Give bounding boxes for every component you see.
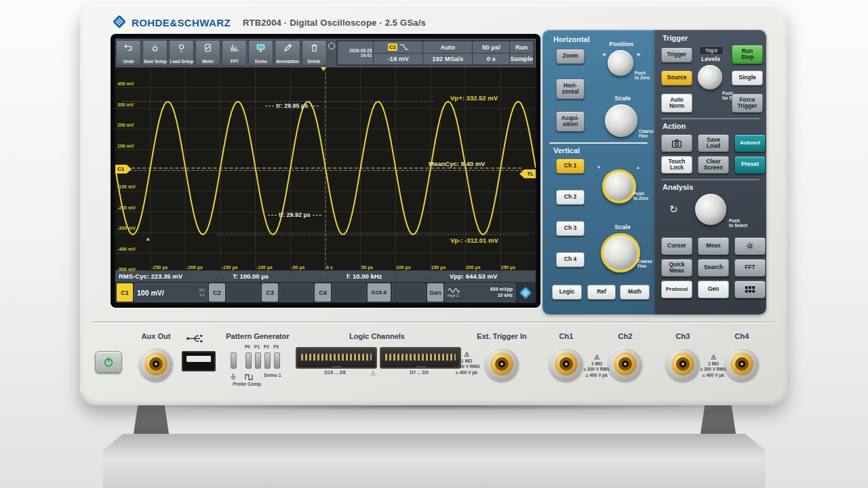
clear-screen-button[interactable]: Clear Screen [698,156,729,174]
intensity-button[interactable] [734,237,766,255]
toolbar-fft-button[interactable]: FFT [222,40,247,66]
device-foot-left [133,404,170,438]
pattern-pin-p0 [245,352,252,369]
screenshot-button[interactable] [661,134,692,152]
navigation-knob[interactable] [695,194,726,225]
save-load-button[interactable]: Save Load [698,134,729,152]
fft-button[interactable]: FFT [734,259,766,277]
autoset-button[interactable]: Autoset [734,134,766,152]
toolbar-demo-button[interactable]: Demo [248,40,273,66]
vertical-scale-label: Scale [608,224,637,230]
vertical-offset-hint: Push to Zero [633,191,648,201]
channel2-tab[interactable]: C2 [209,283,225,302]
toolbar-delete-button[interactable]: Delete [302,40,327,66]
annotation-pencil-icon [283,43,293,53]
channel4-button[interactable]: Ch 4 [556,252,585,267]
protocol-button[interactable]: Protocol [661,281,692,298]
falling-edge-icon [399,43,409,51]
force-trigger-button[interactable]: Force Trigger [732,94,763,113]
pattern-pin-p3 [274,352,280,369]
timebase-cell[interactable]: 50 µs/ [473,41,509,53]
photo-background: ROHDE&SCHWARZ RTB2004 · Digital Oscillos… [0,0,868,488]
acquisition-state-cell[interactable]: Run [510,41,533,53]
channel1-scale: 100 mV/ [137,289,164,297]
ch3-ch4-warning: ⚠ 1 MΩ ≤ 300 V RMS ≤ 400 V pk [700,354,727,378]
vertical-scale-knob[interactable] [601,233,640,272]
horizontal-position-cell[interactable]: 0 s [473,54,509,65]
toolbar-collapse-toggle[interactable] [328,39,337,67]
horizontal-vertical-panel: Horizontal Zoom Hori- zontal Acqui- siti… [542,30,654,314]
vertical-offset-knob[interactable] [602,169,636,203]
x-axis-label: 150 µs [431,265,446,270]
pattern-p0-label: P0 [243,344,252,349]
power-button[interactable] [95,351,122,373]
search-button[interactable]: Search [698,259,729,277]
run-stop-button[interactable]: Run Stop [732,45,763,64]
channel3-button[interactable]: Ch 3 [556,221,585,236]
toolbar-load-setup-button[interactable]: Load Setup [169,40,194,66]
auto-norm-button[interactable]: Auto Norm [661,94,692,113]
toggle-circle-icon [328,43,335,49]
toolbar-meter-button[interactable]: Meter [195,40,220,66]
trigger-menu-button[interactable]: Trigger [661,47,692,62]
ground-pin [231,352,237,369]
digital-channels-tab[interactable]: D15-8 [368,283,391,302]
horizontal-scale-label: Scale [608,95,637,102]
zoom-button[interactable]: Zoom [556,49,585,64]
preset-button[interactable]: Preset [734,156,766,174]
generator-settings[interactable]: High-Z 639 mVpp 10 kHz [445,283,515,302]
waveform-display[interactable]: 400 mV300 mV200 mV100 mV0 V-100 mV-200 m… [115,67,536,270]
trigger-source-button[interactable]: Source [661,70,692,85]
toolbar-undo-button[interactable]: Undo [116,40,141,66]
channel1-tab[interactable]: C1 [117,283,133,302]
y-axis-label: 400 mV [117,81,134,86]
status-bar: C1 Auto 50 µs/ Run 2016-09-28 14:41 -16 … [336,40,534,66]
trigger-position-marker[interactable] [321,67,326,71]
acquisition-mode-cell[interactable]: Sample [510,54,533,65]
channel4-tab[interactable]: C4 [315,283,331,302]
trigger-levels-knob[interactable] [698,65,722,89]
toolbar-save-setup-button[interactable]: Save Setup [142,40,167,66]
channel1-button[interactable]: Ch 1 [556,159,585,174]
channel1-settings[interactable]: 100 mV/ DC 1:1 [134,283,208,302]
undo-icon [123,43,134,53]
horizontal-position-knob[interactable] [608,50,633,76]
generator-tab[interactable]: Gen [427,283,443,302]
trigger-mode-cell[interactable]: Auto [423,41,472,53]
trigger-level-cell[interactable]: -16 mV [374,54,422,65]
logic-connector-d7-d0 [380,347,461,369]
channel2-button[interactable]: Ch 2 [556,190,585,205]
quick-meas-button[interactable]: Quick Meas [661,259,692,277]
gen-button[interactable]: Gen [698,281,729,298]
channel3-tab[interactable]: C3 [262,283,278,302]
horizontal-button[interactable]: Hori- zontal [556,79,585,99]
x-axis-label: 100 µs [396,265,411,270]
model-line: RTB2004 · Digital Oscilloscope · 2.5 GSa… [243,18,426,28]
y-axis-label: -300 mV [117,226,136,230]
ch1-connector [549,347,583,381]
power-icon [102,356,115,368]
horizontal-section-title: Horizontal [553,35,590,43]
y-axis-label: -100 mV [117,184,136,189]
math-button[interactable]: Math [620,285,650,300]
horizontal-scale-knob[interactable] [605,104,637,137]
single-button[interactable]: Single [732,70,763,85]
pattern-generator-label: Pattern Generator [217,332,298,340]
apps-button[interactable] [734,281,766,298]
touch-lock-button[interactable]: Touch Lock [661,156,692,174]
toolbar-annotation-button[interactable]: Annotation [275,40,300,66]
logic-connector-d15-d8 [296,347,377,369]
oscilloscope-screen[interactable]: Undo Save Setup Load Setup Meter [115,39,536,303]
warning-triangle-icon: ⚠ [464,351,469,358]
y-axis-label: 100 mV [117,144,134,148]
vertical-scale-hint: Coarse Fine [637,259,652,269]
sine-wave-icon [448,287,460,293]
logic-button[interactable]: Logic [552,285,582,300]
fft-icon [229,43,239,53]
meas-button[interactable]: Meas [698,237,729,255]
trigger-source-cell[interactable]: C1 [374,41,422,53]
acquisition-button[interactable]: Acqui- sition [556,111,585,131]
cursor-button[interactable]: Cursor [661,237,692,255]
ref-button[interactable]: Ref [587,285,616,300]
usb-port [182,351,216,371]
